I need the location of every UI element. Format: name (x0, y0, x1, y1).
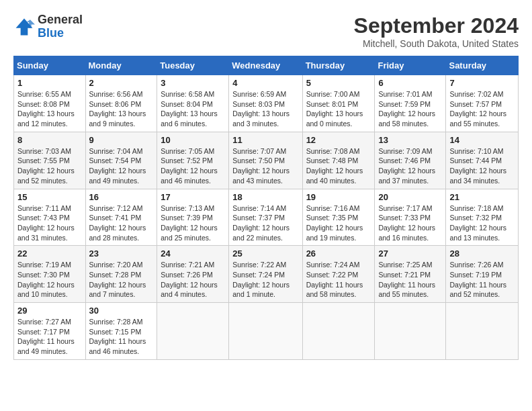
day-content: Sunrise: 7:12 AMSunset: 7:41 PMDaylight:… (89, 203, 154, 243)
day-number: 17 (161, 192, 225, 202)
calendar-cell: 16Sunrise: 7:12 AMSunset: 7:41 PMDayligh… (85, 189, 157, 246)
day-content: Sunrise: 7:18 AMSunset: 7:32 PMDaylight:… (449, 203, 515, 243)
day-number: 19 (306, 192, 371, 202)
day-number: 1 (17, 78, 82, 88)
day-content: Sunrise: 7:02 AMSunset: 7:57 PMDaylight:… (449, 89, 515, 129)
day-content: Sunrise: 7:03 AMSunset: 7:55 PMDaylight:… (17, 146, 82, 186)
day-number: 15 (17, 192, 82, 202)
day-content: Sunrise: 7:07 AMSunset: 7:50 PMDaylight:… (232, 146, 298, 186)
calendar-cell: 18Sunrise: 7:14 AMSunset: 7:37 PMDayligh… (229, 189, 302, 246)
logo-icon (13, 16, 35, 38)
calendar-cell: 28Sunrise: 7:26 AMSunset: 7:19 PMDayligh… (446, 246, 519, 303)
logo: General Blue (13, 13, 83, 40)
day-number: 2 (89, 78, 154, 88)
calendar-cell: 10Sunrise: 7:05 AMSunset: 7:52 PMDayligh… (157, 132, 229, 189)
calendar-cell: 9Sunrise: 7:04 AMSunset: 7:54 PMDaylight… (85, 132, 157, 189)
day-number: 30 (89, 306, 154, 316)
day-content: Sunrise: 7:17 AMSunset: 7:33 PMDaylight:… (378, 203, 442, 243)
calendar-cell: 17Sunrise: 7:13 AMSunset: 7:39 PMDayligh… (157, 189, 229, 246)
day-content: Sunrise: 6:59 AMSunset: 8:03 PMDaylight:… (232, 89, 298, 129)
day-number: 12 (306, 135, 371, 145)
calendar-cell: 4Sunrise: 6:59 AMSunset: 8:03 PMDaylight… (229, 75, 302, 132)
calendar-cell: 21Sunrise: 7:18 AMSunset: 7:32 PMDayligh… (446, 189, 519, 246)
calendar-cell: 23Sunrise: 7:20 AMSunset: 7:28 PMDayligh… (85, 246, 157, 303)
day-content: Sunrise: 7:09 AMSunset: 7:46 PMDaylight:… (378, 146, 442, 186)
calendar-cell: 30Sunrise: 7:28 AMSunset: 7:15 PMDayligh… (85, 303, 157, 360)
day-number: 14 (449, 135, 515, 145)
location: Mitchell, South Dakota, United States (354, 38, 519, 49)
calendar-cell: 27Sunrise: 7:25 AMSunset: 7:21 PMDayligh… (375, 246, 446, 303)
day-content: Sunrise: 7:19 AMSunset: 7:30 PMDaylight:… (17, 260, 82, 300)
day-number: 13 (378, 135, 442, 145)
calendar-cell: 26Sunrise: 7:24 AMSunset: 7:22 PMDayligh… (302, 246, 375, 303)
calendar-cell: 3Sunrise: 6:58 AMSunset: 8:04 PMDaylight… (157, 75, 229, 132)
calendar-cell: 12Sunrise: 7:08 AMSunset: 7:48 PMDayligh… (302, 132, 375, 189)
day-number: 24 (161, 248, 225, 259)
day-number: 26 (306, 248, 371, 259)
weekday-header-saturday: Saturday (446, 56, 519, 75)
day-number: 20 (378, 192, 442, 202)
calendar-cell: 7Sunrise: 7:02 AMSunset: 7:57 PMDaylight… (446, 75, 519, 132)
calendar-cell: 1Sunrise: 6:55 AMSunset: 8:08 PMDaylight… (14, 75, 86, 132)
calendar-cell: 19Sunrise: 7:16 AMSunset: 7:35 PMDayligh… (302, 189, 375, 246)
day-number: 27 (378, 248, 442, 259)
weekday-header-row: SundayMondayTuesdayWednesdayThursdayFrid… (14, 56, 519, 75)
day-content: Sunrise: 7:20 AMSunset: 7:28 PMDaylight:… (89, 260, 154, 300)
calendar-body: 1Sunrise: 6:55 AMSunset: 8:08 PMDaylight… (14, 75, 519, 360)
calendar-cell: 24Sunrise: 7:21 AMSunset: 7:26 PMDayligh… (157, 246, 229, 303)
day-number: 16 (89, 192, 154, 202)
day-content: Sunrise: 6:56 AMSunset: 8:06 PMDaylight:… (89, 89, 154, 129)
day-number: 8 (17, 135, 82, 145)
day-number: 22 (17, 248, 82, 259)
day-number: 6 (378, 78, 442, 88)
day-content: Sunrise: 7:05 AMSunset: 7:52 PMDaylight:… (161, 146, 225, 186)
weekday-header-thursday: Thursday (302, 56, 375, 75)
day-content: Sunrise: 7:28 AMSunset: 7:15 PMDaylight:… (89, 317, 154, 357)
day-number: 7 (449, 78, 515, 88)
calendar-cell: 20Sunrise: 7:17 AMSunset: 7:33 PMDayligh… (375, 189, 446, 246)
calendar-cell: 13Sunrise: 7:09 AMSunset: 7:46 PMDayligh… (375, 132, 446, 189)
day-content: Sunrise: 7:22 AMSunset: 7:24 PMDaylight:… (232, 260, 298, 300)
calendar-table: SundayMondayTuesdayWednesdayThursdayFrid… (13, 56, 519, 360)
day-number: 29 (17, 306, 82, 316)
calendar-cell (446, 303, 519, 360)
calendar-cell: 15Sunrise: 7:11 AMSunset: 7:43 PMDayligh… (14, 189, 86, 246)
calendar-cell: 2Sunrise: 6:56 AMSunset: 8:06 PMDaylight… (85, 75, 157, 132)
calendar-cell: 8Sunrise: 7:03 AMSunset: 7:55 PMDaylight… (14, 132, 86, 189)
day-content: Sunrise: 7:01 AMSunset: 7:59 PMDaylight:… (378, 89, 442, 129)
day-number: 4 (232, 78, 298, 88)
page-header: General Blue September 2024 Mitchell, So… (13, 13, 519, 49)
calendar-cell (302, 303, 375, 360)
day-content: Sunrise: 7:14 AMSunset: 7:37 PMDaylight:… (232, 203, 298, 243)
month-title: September 2024 (354, 13, 519, 38)
day-content: Sunrise: 7:04 AMSunset: 7:54 PMDaylight:… (89, 146, 154, 186)
weekday-header-wednesday: Wednesday (229, 56, 302, 75)
day-number: 28 (449, 248, 515, 259)
calendar-cell (375, 303, 446, 360)
day-content: Sunrise: 6:58 AMSunset: 8:04 PMDaylight:… (161, 89, 225, 129)
day-number: 10 (161, 135, 225, 145)
calendar-week-1: 1Sunrise: 6:55 AMSunset: 8:08 PMDaylight… (14, 75, 519, 132)
calendar-week-4: 22Sunrise: 7:19 AMSunset: 7:30 PMDayligh… (14, 246, 519, 303)
day-number: 11 (232, 135, 298, 145)
calendar-week-2: 8Sunrise: 7:03 AMSunset: 7:55 PMDaylight… (14, 132, 519, 189)
day-content: Sunrise: 7:13 AMSunset: 7:39 PMDaylight:… (161, 203, 225, 243)
day-content: Sunrise: 7:26 AMSunset: 7:19 PMDaylight:… (449, 260, 515, 300)
day-content: Sunrise: 7:00 AMSunset: 8:01 PMDaylight:… (306, 89, 371, 129)
day-content: Sunrise: 7:16 AMSunset: 7:35 PMDaylight:… (306, 203, 371, 243)
day-content: Sunrise: 7:21 AMSunset: 7:26 PMDaylight:… (161, 260, 225, 300)
calendar-cell (157, 303, 229, 360)
weekday-header-sunday: Sunday (14, 56, 86, 75)
day-content: Sunrise: 7:08 AMSunset: 7:48 PMDaylight:… (306, 146, 371, 186)
calendar-cell: 29Sunrise: 7:27 AMSunset: 7:17 PMDayligh… (14, 303, 86, 360)
day-content: Sunrise: 7:11 AMSunset: 7:43 PMDaylight:… (17, 203, 82, 243)
day-number: 21 (449, 192, 515, 202)
day-number: 25 (232, 248, 298, 259)
calendar-cell (229, 303, 302, 360)
day-number: 3 (161, 78, 225, 88)
title-area: September 2024 Mitchell, South Dakota, U… (354, 13, 519, 49)
calendar-week-5: 29Sunrise: 7:27 AMSunset: 7:17 PMDayligh… (14, 303, 519, 360)
calendar-cell: 14Sunrise: 7:10 AMSunset: 7:44 PMDayligh… (446, 132, 519, 189)
day-number: 5 (306, 78, 371, 88)
day-content: Sunrise: 7:10 AMSunset: 7:44 PMDaylight:… (449, 146, 515, 186)
